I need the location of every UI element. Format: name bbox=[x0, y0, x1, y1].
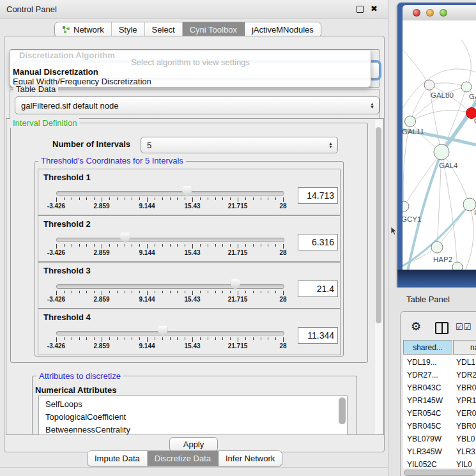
tab-infer-network[interactable]: Infer Network bbox=[219, 451, 282, 466]
network-node-ga[interactable] bbox=[461, 82, 472, 92]
tab-cyni-toolbox[interactable]: Cyni Toolbox bbox=[183, 22, 245, 37]
network-edge[interactable] bbox=[461, 40, 471, 87]
network-edge[interactable] bbox=[441, 152, 457, 267]
threshold-label: Threshold 2 bbox=[43, 219, 91, 229]
table-row[interactable]: YDL19...YDL1 bbox=[403, 356, 476, 369]
table-data-legend: Table Data bbox=[13, 84, 58, 94]
network-node-gal4[interactable] bbox=[434, 144, 449, 160]
minimize-traffic-light[interactable] bbox=[426, 9, 434, 17]
network-node-hap2[interactable] bbox=[431, 242, 443, 253]
attribute-item-selfloops[interactable]: SelfLoops bbox=[45, 399, 82, 412]
network-icon bbox=[62, 26, 70, 34]
slider-track[interactable] bbox=[56, 331, 284, 335]
network-edge[interactable] bbox=[404, 152, 441, 206]
network-edge[interactable] bbox=[429, 83, 466, 87]
column-header-shared[interactable]: shared... bbox=[403, 340, 452, 355]
list-scrollbar[interactable] bbox=[339, 397, 346, 424]
attribute-item-betweennesscentrality[interactable]: BetweennessCentrality bbox=[45, 425, 130, 435]
algorithm-dropdown-popup: Discretization Algorithm Select algorith… bbox=[10, 50, 371, 88]
table-row[interactable]: YBR043CYBR0 bbox=[403, 381, 476, 394]
network-node-gal11[interactable] bbox=[405, 116, 416, 127]
tab-style[interactable]: Style bbox=[112, 22, 145, 37]
slider-axis-labels: -3.4262.8599.14415.4321.71528 bbox=[56, 342, 284, 350]
table-row[interactable]: YDR27...YDR2 bbox=[403, 369, 476, 381]
cell-name: YBR0 bbox=[456, 383, 476, 392]
tab-label: Infer Network bbox=[226, 454, 275, 463]
cell-shared-name: YER054C bbox=[407, 409, 441, 418]
tab-network[interactable]: Network bbox=[55, 22, 112, 37]
gear-icon[interactable]: ⚙ bbox=[411, 319, 421, 334]
threshold-value-field[interactable]: 11.344 bbox=[298, 327, 338, 344]
settings-scrollpane: Interval Definition Number of Intervals … bbox=[6, 118, 384, 435]
threshold-value-field[interactable]: 6.316 bbox=[298, 234, 338, 250]
slider-axis-labels: -3.4262.8599.14415.4321.71528 bbox=[56, 249, 284, 257]
table-row[interactable]: YLR345WYLR3 bbox=[403, 445, 476, 458]
number-of-intervals-value: 5 bbox=[147, 141, 151, 150]
table-row[interactable]: YBR045CYBR0 bbox=[403, 420, 476, 433]
zoom-traffic-light[interactable] bbox=[440, 9, 447, 17]
tab-label: jActiveMNodules bbox=[252, 25, 314, 35]
number-of-intervals-label: Number of Intervals bbox=[52, 139, 130, 149]
threshold-label: Threshold 1 bbox=[43, 173, 91, 182]
network-edge[interactable] bbox=[441, 152, 470, 204]
table-panel-title: Table Panel bbox=[406, 295, 450, 304]
algorithm-option-equal-width-frequency-discretization[interactable]: Equal Width/Frequency Discretization bbox=[13, 77, 368, 86]
network-canvas[interactable]: GAL80GACGAL11GAL4GCY1HHAP2 bbox=[403, 20, 476, 270]
tab-impute-data[interactable]: Impute Data bbox=[88, 451, 148, 466]
slider-track[interactable] bbox=[56, 191, 284, 196]
cell-shared-name: YPR145W bbox=[407, 396, 443, 405]
attribute-item-topologicalcoefficient[interactable]: TopologicalCoefficient bbox=[45, 412, 126, 425]
cell-shared-name: YBR043C bbox=[407, 383, 441, 392]
mouse-cursor bbox=[391, 227, 397, 236]
slider-track[interactable] bbox=[56, 238, 284, 242]
algorithm-option-manual-discretization[interactable]: Manual Discretization bbox=[13, 67, 368, 77]
cell-shared-name: YBL079W bbox=[407, 434, 441, 443]
number-of-intervals-combobox[interactable]: 5 ▲▼ bbox=[141, 137, 338, 153]
network-node-gal80[interactable] bbox=[424, 80, 434, 90]
select-checkboxes-icon[interactable]: ☑☑ bbox=[456, 322, 472, 332]
network-edge[interactable] bbox=[410, 85, 429, 121]
table-row[interactable]: YPR145WYPR1 bbox=[403, 394, 476, 407]
thresholds-group: Threshold 1-3.4262.8599.14415.4321.71528… bbox=[35, 161, 344, 357]
table-row[interactable]: YIL052CYIL0 bbox=[403, 458, 476, 468]
vertical-scrollbar[interactable] bbox=[374, 119, 383, 434]
cyni-toolbox-panel: Discretization Algorithm Select algorith… bbox=[4, 36, 385, 452]
network-node[interactable] bbox=[452, 262, 463, 270]
numerical-attributes-list[interactable]: SelfLoopsTopologicalCoefficientBetweenne… bbox=[38, 395, 348, 435]
slider-axis-labels: -3.4262.8599.14415.4321.71528 bbox=[56, 203, 284, 210]
horizontal-scrollbar[interactable] bbox=[404, 470, 475, 476]
scrollbar-thumb[interactable] bbox=[376, 127, 381, 323]
slider-ticks bbox=[56, 337, 284, 342]
tab-jactivemnodules[interactable]: jActiveMNodules bbox=[245, 22, 321, 37]
network-edge[interactable] bbox=[465, 204, 473, 270]
cell-name: YIL0 bbox=[456, 460, 472, 468]
slider-ticks bbox=[56, 291, 284, 296]
table-row[interactable]: YER054CYER0 bbox=[403, 407, 476, 420]
close-traffic-light[interactable] bbox=[413, 9, 420, 17]
spinner-arrows-icon: ▲▼ bbox=[370, 97, 374, 114]
columns-icon[interactable] bbox=[435, 322, 449, 334]
network-edge[interactable] bbox=[403, 46, 429, 85]
tab-label: Discretize Data bbox=[155, 454, 211, 463]
node-table[interactable]: shared... na YDL19...YDL1YDR27...YDR2YBR… bbox=[403, 340, 476, 468]
column-header-name[interactable]: na bbox=[453, 340, 476, 355]
tab-discretize-data[interactable]: Discretize Data bbox=[148, 451, 219, 466]
network-node-gcy1[interactable] bbox=[403, 201, 409, 211]
table-data-combobox[interactable]: galFiltered.sif default node ▲▼ bbox=[15, 96, 380, 114]
threshold-value-field[interactable]: 14.713 bbox=[298, 187, 338, 204]
tab-label: Network bbox=[73, 25, 104, 35]
close-panel-icon[interactable]: ✖ bbox=[371, 4, 378, 13]
threshold-value-field[interactable]: 21.4 bbox=[298, 280, 338, 297]
tab-select[interactable]: Select bbox=[145, 22, 183, 37]
control-panel-titlebar: Control Panel ✖ bbox=[0, 0, 388, 19]
node-label: GAL4 bbox=[439, 162, 458, 169]
table-data-value: galFiltered.sif default node bbox=[21, 101, 118, 111]
slider-track[interactable] bbox=[56, 284, 284, 289]
tab-label: Impute Data bbox=[95, 454, 140, 463]
apply-button[interactable]: Apply bbox=[169, 437, 218, 452]
float-window-icon[interactable] bbox=[357, 6, 364, 13]
cell-shared-name: YBR045C bbox=[407, 422, 441, 431]
threshold-row-1: Threshold 1-3.4262.8599.14415.4321.71528… bbox=[38, 169, 341, 215]
table-row[interactable]: YBL079WYBL0 bbox=[403, 433, 476, 445]
control-panel-window: Control Panel ✖ NetworkStyleSelectCyni T… bbox=[0, 0, 388, 476]
